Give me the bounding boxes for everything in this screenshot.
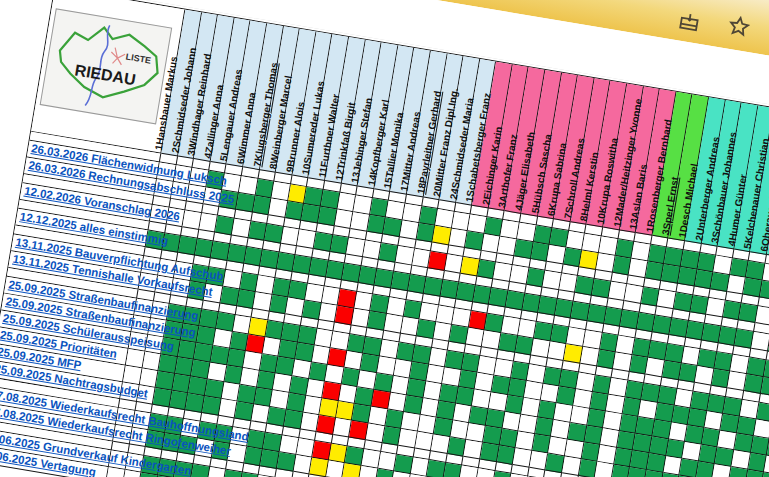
screenshot-root: − + Seitenbreite — [0, 0, 769, 477]
vote-cell — [106, 467, 125, 477]
vote-cell — [342, 463, 361, 477]
vote-cell — [729, 467, 748, 477]
vote-cell — [712, 464, 731, 477]
vote-cell — [191, 464, 210, 477]
spacer-cell — [528, 468, 546, 477]
liste-riedau-logo: LISTERIEDAU — [40, 8, 173, 124]
download-icon[interactable] — [671, 4, 708, 41]
logo-line1: LISTE — [125, 52, 152, 66]
vote-cell — [359, 466, 378, 477]
municipality-map-graphic: LISTERIEDAU — [41, 9, 171, 123]
vote-cell — [476, 468, 495, 477]
liste-mark — [110, 47, 126, 65]
vote-cell — [443, 463, 462, 477]
star-icon[interactable] — [721, 8, 758, 45]
vote-cell — [460, 466, 479, 477]
vote-cell — [611, 465, 630, 477]
vote-cell — [207, 467, 226, 477]
rotated-screen: − + Seitenbreite — [0, 0, 769, 477]
logo-line2: RIEDAU — [74, 61, 137, 88]
vote-cell — [595, 462, 614, 477]
vote-cell — [628, 467, 647, 477]
